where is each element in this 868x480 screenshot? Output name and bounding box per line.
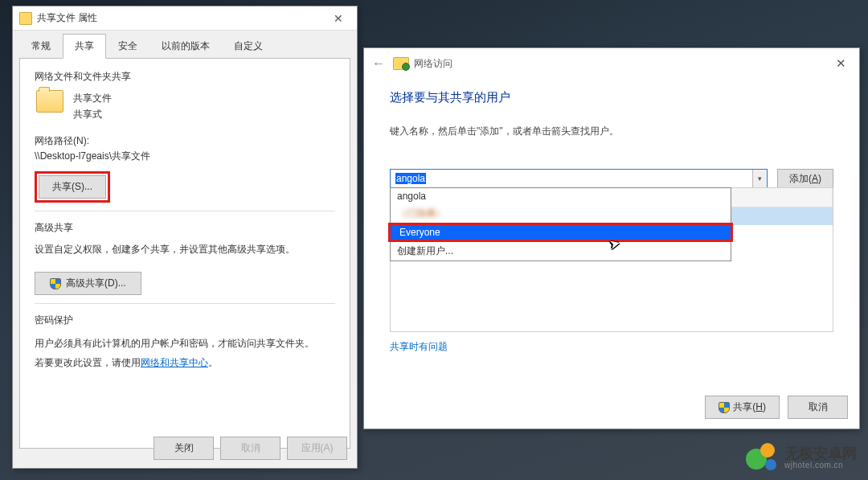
watermark: 无极安卓网 wjhotel.com.cn (746, 443, 857, 472)
tab-custom[interactable]: 自定义 (222, 34, 275, 59)
network-path-label: 网络路径(N): (35, 134, 335, 148)
titlebar: 共享文件 属性 ✕ (13, 6, 357, 31)
apply-button[interactable]: 应用(A) (287, 437, 347, 460)
highlight-share-button: 共享(S)... (35, 171, 110, 203)
dropdown-item-hidden[interactable]: （已隐藏） (391, 204, 731, 223)
watermark-main: 无极安卓网 (784, 446, 857, 461)
dialog-header: ← 网络访问 ✕ (364, 48, 859, 79)
advanced-share-label: 高级共享(D)... (66, 277, 126, 290)
dialog-footer: 关闭 取消 应用(A) (154, 437, 347, 460)
share-button[interactable]: 共享(S)... (39, 175, 106, 199)
watermark-logo-icon (746, 443, 778, 472)
properties-dialog: 共享文件 属性 ✕ 常规 共享 安全 以前的版本 自定义 网络文件和文件夹共享 … (12, 6, 358, 469)
instruction-text: 键入名称，然后单击"添加"，或者单击箭头查找用户。 (390, 125, 833, 138)
close-icon[interactable]: ✕ (326, 10, 350, 27)
cancel-button[interactable]: 取消 (220, 437, 280, 460)
group-password-protect: 密码保护 用户必须具有此计算机的用户帐户和密码，才能访问共享文件夹。 若要更改此… (35, 303, 335, 372)
network-center-link[interactable]: 网络和共享中心 (141, 357, 208, 368)
dialog-footer: 共享(H) 取消 (705, 396, 848, 419)
close-button[interactable]: 关闭 (154, 437, 214, 460)
dropdown-item-everyone[interactable]: Everyone (391, 225, 731, 240)
watermark-sub: wjhotel.com.cn (784, 461, 857, 470)
share-button[interactable]: 共享(H) (705, 396, 780, 419)
user-combo: angola ▾ angola （已隐藏） Everyone 创建新用户... (390, 169, 768, 188)
group-label: 高级共享 (35, 221, 335, 235)
network-folder-icon (393, 57, 409, 70)
group-label: 密码保护 (35, 314, 335, 327)
dropdown-item-angola[interactable]: angola (391, 188, 731, 204)
group-network-share: 网络文件和文件夹共享 共享文件 共享式 网络路径(N): \\Desktop-l… (35, 70, 335, 203)
tab-share[interactable]: 共享 (63, 34, 106, 59)
network-path-value: \\Desktop-l7geais\共享文件 (35, 150, 335, 163)
shield-icon (719, 402, 730, 413)
folder-icon (36, 90, 63, 113)
dropdown-item-create-user[interactable]: 创建新用户... (391, 242, 731, 261)
protect-line2a: 若要更改此设置，请使用 (35, 357, 141, 368)
close-icon[interactable]: ✕ (829, 55, 853, 72)
dialog-title: 网络访问 (414, 57, 452, 71)
group-advanced-share: 高级共享 设置自定义权限，创建多个共享，并设置其他高级共享选项。 高级共享(D)… (35, 211, 335, 295)
cancel-button[interactable]: 取消 (788, 396, 848, 419)
tab-previous[interactable]: 以前的版本 (149, 34, 222, 59)
tabs: 常规 共享 安全 以前的版本 自定义 (13, 31, 357, 59)
share-status: 共享式 (73, 106, 112, 122)
protect-line2c: 。 (208, 357, 218, 368)
tab-panel-share: 网络文件和文件夹共享 共享文件 共享式 网络路径(N): \\Desktop-l… (19, 58, 350, 449)
add-button[interactable]: 添加(A) (777, 169, 833, 188)
folder-name: 共享文件 (73, 90, 112, 106)
advanced-share-button[interactable]: 高级共享(D)... (35, 272, 141, 295)
user-dropdown: angola （已隐藏） Everyone 创建新用户... (390, 187, 731, 261)
group-label: 网络文件和文件夹共享 (35, 70, 335, 84)
page-heading: 选择要与其共享的用户 (390, 90, 833, 105)
shield-icon (50, 278, 61, 289)
advanced-desc: 设置自定义权限，创建多个共享，并设置其他高级共享选项。 (35, 241, 335, 257)
chevron-down-icon[interactable]: ▾ (752, 170, 767, 187)
tab-general[interactable]: 常规 (19, 34, 63, 59)
folder-icon (19, 12, 32, 25)
highlight-everyone: Everyone (388, 223, 733, 242)
window-title: 共享文件 属性 (37, 11, 326, 25)
sharing-trouble-link[interactable]: 共享时有问题 (390, 340, 833, 354)
back-icon[interactable]: ← (372, 56, 385, 71)
tab-security[interactable]: 安全 (106, 34, 149, 59)
user-input[interactable]: angola (391, 170, 752, 187)
protect-line1: 用户必须具有此计算机的用户帐户和密码，才能访问共享文件夹。 (35, 334, 335, 353)
